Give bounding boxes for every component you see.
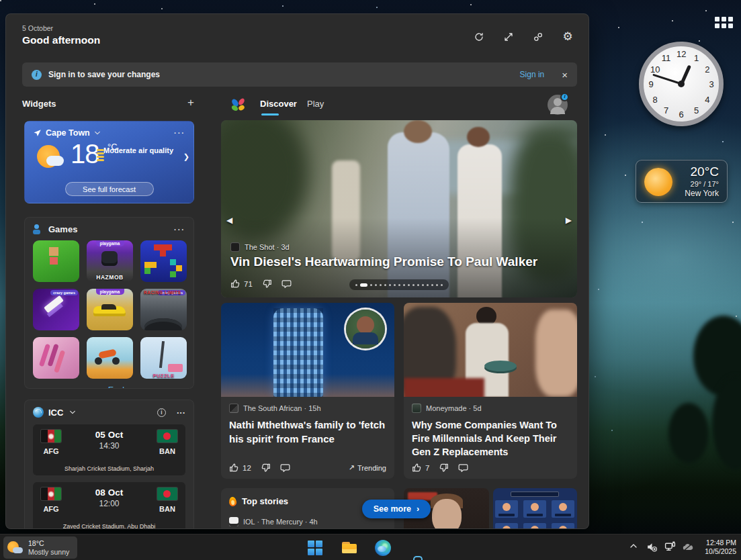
chevron-right-icon: ❯: [183, 152, 189, 161]
expand-icon[interactable]: [503, 31, 515, 43]
like-button[interactable]: 71: [230, 279, 253, 289]
taskbar-time: 12:48 PM: [705, 539, 736, 547]
game-tile-block-puzzle[interactable]: [140, 240, 187, 282]
flame-icon: [228, 496, 236, 506]
hero-headline[interactable]: Vin Diesel's Heartwarming Promise To Pau…: [230, 254, 566, 269]
icc-globe-icon: [33, 407, 44, 418]
banner-close-icon[interactable]: ×: [562, 69, 568, 81]
source-favicon: [229, 517, 238, 526]
gadget-city: New York: [685, 189, 719, 198]
microsoft-store-icon[interactable]: [408, 556, 425, 560]
network-ethernet-icon[interactable]: [664, 541, 676, 555]
trending-arrow-icon: ↗: [349, 463, 355, 472]
match-time: 12:00: [62, 499, 156, 508]
weather-widget-card[interactable]: Cape Town ··· 18 °C Moderate air quality…: [24, 121, 194, 203]
carousel-dots[interactable]: [349, 279, 449, 290]
like-count: 7: [425, 464, 429, 472]
games-more-icon[interactable]: ···: [174, 226, 185, 234]
games-grid: playgama HAZMOB crazy games playgama cra…: [33, 240, 185, 379]
widgets-panel: 5 October Good afternoon ⚙ Sign in to sa…: [5, 13, 589, 529]
see-more-button[interactable]: See more ›: [362, 500, 431, 518]
game-tile-minecraft-adventure[interactable]: [33, 240, 79, 282]
team-code: BAN: [156, 447, 179, 455]
afghanistan-flag: [41, 430, 61, 442]
signin-link[interactable]: Sign in: [520, 70, 545, 79]
game-tile-makeup-kit[interactable]: [33, 337, 79, 379]
carousel-next-icon[interactable]: ▶: [566, 216, 572, 225]
news-card-image: [221, 303, 394, 397]
game-tile-tweep-puzzle[interactable]: PUZZLE: [140, 337, 187, 379]
afghanistan-flag: [41, 487, 61, 500]
sun-icon: [644, 168, 672, 196]
air-quality-label[interactable]: Moderate air quality: [103, 146, 173, 154]
tab-play[interactable]: Play: [307, 99, 324, 109]
taskbar: 18°C Mostly sunny 12:48 PM 10/5/2025: [0, 534, 741, 560]
game-tile-hazmob[interactable]: playgama HAZMOB: [87, 240, 133, 282]
news-card[interactable]: Moneymade · 5d Why Some Companies Want T…: [404, 303, 577, 479]
settings-gear-icon[interactable]: ⚙: [562, 31, 574, 43]
games-pagination-dots[interactable]: [33, 384, 46, 389]
match-date: 08 Oct: [62, 487, 156, 498]
comment-button[interactable]: [458, 463, 468, 473]
card-headline[interactable]: Nathi Mthethwa's family to 'fetch his sp…: [229, 418, 386, 446]
analog-clock-widget[interactable]: 123456789101112: [639, 42, 724, 126]
match-venue: Sharjah Cricket Stadium, Sharjah: [33, 465, 185, 472]
pin-icon[interactable]: [532, 31, 544, 43]
info-icon: [32, 70, 42, 80]
comment-button[interactable]: [280, 463, 290, 473]
icc-widget-card: ICC ··· AFG 05 Oct 14:30 BAN: [24, 400, 194, 529]
explore-more-games-link[interactable]: Explore more games: [108, 385, 185, 389]
top-stories-source: IOL · The Mercury · 4h: [243, 518, 318, 526]
match-time: 14:30: [62, 441, 156, 451]
hero-news-card[interactable]: ◀ ▶ The Shot · 3d Vin Diesel's Heartwarm…: [221, 120, 577, 297]
card-headline[interactable]: Why Some Companies Want To Fire Millenni…: [412, 418, 569, 459]
refresh-icon[interactable]: [473, 31, 485, 43]
news-card[interactable]: The South African · 15h Nathi Mthethwa's…: [221, 303, 394, 479]
gamer-icon: [33, 224, 43, 234]
comment-button[interactable]: [281, 279, 292, 289]
like-button[interactable]: 12: [229, 463, 251, 473]
onedrive-offline-icon[interactable]: [682, 541, 694, 556]
file-explorer-icon[interactable]: [341, 540, 357, 556]
signin-banner-text: Sign in to save your changes: [48, 70, 160, 79]
chevron-down-icon[interactable]: [69, 409, 76, 416]
game-tile-moto-x3m[interactable]: [87, 337, 133, 379]
game-tile-arrow-dash[interactable]: crazy games: [33, 289, 79, 330]
air-quality-icon: [97, 148, 105, 162]
tab-discover[interactable]: Discover: [260, 99, 297, 109]
taskbar-weather-condition: Mostly sunny: [28, 548, 69, 557]
match-card[interactable]: AFG 05 Oct 14:30 BAN Sharjah Cricket Sta…: [33, 424, 185, 475]
carousel-prev-icon[interactable]: ◀: [226, 216, 232, 225]
taskbar-clock[interactable]: 12:48 PM 10/5/2025: [705, 539, 736, 556]
dislike-button[interactable]: [262, 279, 272, 289]
taskbar-weather-button[interactable]: 18°C Mostly sunny: [3, 536, 77, 559]
gadget-temp-range: 29° / 17°: [685, 180, 719, 188]
avatar-info-badge: [560, 93, 569, 101]
dislike-button[interactable]: [261, 463, 271, 473]
icc-more-icon[interactable]: ···: [177, 408, 185, 418]
start-button[interactable]: [307, 540, 323, 556]
widgets-section-title: Widgets: [22, 99, 56, 109]
chevron-right-icon: ›: [417, 504, 419, 514]
avatar[interactable]: [548, 95, 568, 115]
like-button[interactable]: 7: [412, 463, 429, 473]
game-tile-racing-limits[interactable]: crazy games RACING LIMITS: [140, 289, 187, 330]
dislike-button[interactable]: [439, 463, 449, 473]
icc-info-icon[interactable]: [157, 408, 166, 417]
weather-more-icon[interactable]: ···: [174, 129, 185, 137]
desktop-grid-icon[interactable]: [715, 17, 733, 28]
see-full-forecast-button[interactable]: See full forecast: [65, 182, 154, 196]
tray-chevron-up-icon[interactable]: [629, 541, 638, 553]
game-tile-lambo-racing[interactable]: playgama: [87, 289, 133, 330]
desktop-weather-gadget[interactable]: 20°C 29° / 17° New York: [636, 160, 728, 203]
news-thumbnail-infographic[interactable]: [493, 488, 577, 529]
playgama-badge: playgama: [96, 289, 124, 295]
edge-browser-icon[interactable]: [375, 540, 391, 556]
match-card[interactable]: AFG 08 Oct 12:00 BAN Zayed Cricket Stadi…: [33, 482, 185, 529]
volume-muted-icon[interactable]: [646, 541, 658, 555]
hero-source-meta: The Shot · 3d: [245, 243, 290, 251]
add-widget-button[interactable]: +: [187, 96, 194, 109]
weather-location[interactable]: Cape Town: [46, 128, 90, 138]
card-source-meta: The South African · 15h: [243, 404, 321, 412]
taskbar-date: 10/5/2025: [705, 547, 736, 556]
